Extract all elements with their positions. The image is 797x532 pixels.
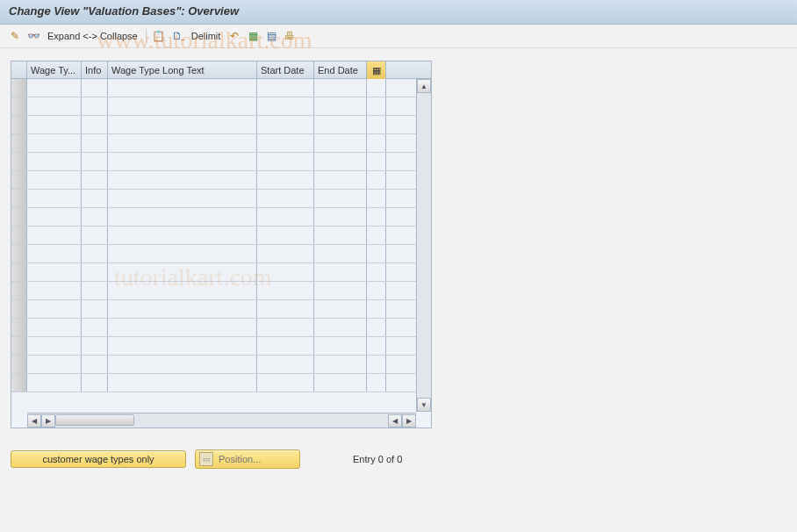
col-header-info[interactable]: Info (82, 61, 108, 79)
cell-start-date[interactable] (257, 79, 314, 97)
cell-start-date[interactable] (257, 337, 314, 355)
table-row[interactable] (11, 153, 431, 171)
cell-wage-type[interactable] (27, 337, 82, 355)
cell-long-text[interactable] (108, 190, 257, 207)
cell-start-date[interactable] (257, 319, 314, 336)
cell-start-date[interactable] (257, 226, 314, 244)
row-selector[interactable] (11, 319, 27, 336)
scroll-right-step-icon[interactable]: ▶ (41, 414, 55, 428)
cell-wage-type[interactable] (27, 263, 82, 281)
table-row[interactable] (11, 374, 431, 392)
cell-start-date[interactable] (257, 171, 314, 189)
row-selector[interactable] (11, 97, 27, 115)
row-selector[interactable] (11, 79, 27, 97)
table-row[interactable] (11, 116, 431, 134)
cell-start-date[interactable] (257, 263, 314, 281)
cell-long-text[interactable] (108, 134, 257, 152)
cell-long-text[interactable] (108, 116, 257, 133)
table-row[interactable] (11, 134, 431, 153)
select-all-icon[interactable]: ▦ (245, 28, 261, 44)
cell-start-date[interactable] (257, 190, 314, 207)
cell-info[interactable] (82, 374, 108, 392)
cell-wage-type[interactable] (27, 134, 82, 152)
cell-end-date[interactable] (314, 153, 367, 170)
scroll-track[interactable] (55, 413, 388, 428)
cell-info[interactable] (82, 153, 108, 170)
cell-end-date[interactable] (314, 190, 367, 207)
cell-info[interactable] (82, 171, 108, 189)
scroll-right-icon[interactable]: ▶ (402, 414, 416, 428)
table-row[interactable] (11, 97, 431, 116)
cell-wage-type[interactable] (27, 319, 82, 336)
cell-wage-type[interactable] (27, 171, 82, 189)
cell-end-date[interactable] (314, 134, 367, 152)
deselect-all-icon[interactable]: ▤ (263, 28, 279, 44)
cell-long-text[interactable] (108, 79, 257, 97)
table-row[interactable] (11, 263, 431, 282)
cell-long-text[interactable] (108, 226, 257, 244)
cell-info[interactable] (82, 97, 108, 115)
position-button[interactable]: ▭ Position... (195, 449, 300, 469)
cell-wage-type[interactable] (27, 208, 82, 226)
scroll-left-icon[interactable]: ◀ (27, 414, 41, 428)
horizontal-scrollbar[interactable]: ◀ ▶ ◀ ▶ (27, 413, 416, 428)
cell-long-text[interactable] (108, 374, 257, 392)
cell-info[interactable] (82, 116, 108, 133)
scroll-thumb[interactable] (55, 414, 134, 426)
cell-info[interactable] (82, 134, 108, 152)
cell-wage-type[interactable] (27, 97, 82, 115)
row-selector[interactable] (11, 153, 27, 170)
cell-long-text[interactable] (108, 245, 257, 262)
row-selector[interactable] (11, 374, 27, 392)
cell-start-date[interactable] (257, 356, 314, 373)
cell-long-text[interactable] (108, 208, 257, 226)
configure-columns-icon[interactable]: ▦ (367, 61, 386, 79)
row-selector[interactable] (11, 263, 27, 281)
cell-start-date[interactable] (257, 300, 314, 318)
table-row[interactable] (11, 319, 431, 337)
cell-end-date[interactable] (314, 337, 367, 355)
vertical-scrollbar[interactable]: ▲ ▼ (416, 79, 431, 412)
edit-icon[interactable]: ✎ (7, 28, 23, 44)
table-row[interactable] (11, 171, 431, 190)
table-row[interactable] (11, 337, 431, 356)
cell-wage-type[interactable] (27, 282, 82, 299)
table-row[interactable] (11, 208, 431, 226)
cell-end-date[interactable] (314, 300, 367, 318)
cell-info[interactable] (82, 319, 108, 336)
row-selector[interactable] (11, 356, 27, 373)
cell-long-text[interactable] (108, 337, 257, 355)
cell-end-date[interactable] (314, 356, 367, 373)
cell-wage-type[interactable] (27, 226, 82, 244)
row-selector[interactable] (11, 208, 27, 226)
glasses-icon[interactable]: 👓 (25, 28, 41, 44)
table-row[interactable] (11, 226, 431, 245)
table-row[interactable] (11, 300, 431, 319)
print-icon[interactable]: 🖶 (282, 28, 298, 44)
cell-end-date[interactable] (314, 263, 367, 281)
cell-end-date[interactable] (314, 226, 367, 244)
select-all-rows[interactable] (11, 61, 27, 78)
cell-end-date[interactable] (314, 319, 367, 336)
cell-long-text[interactable] (108, 153, 257, 170)
row-selector[interactable] (11, 134, 27, 152)
cell-info[interactable] (82, 282, 108, 299)
scroll-left-step-icon[interactable]: ◀ (388, 414, 402, 428)
cell-end-date[interactable] (314, 282, 367, 299)
cell-long-text[interactable] (108, 97, 257, 115)
cell-info[interactable] (82, 190, 108, 207)
cell-long-text[interactable] (108, 356, 257, 373)
table-row[interactable] (11, 356, 431, 374)
cell-wage-type[interactable] (27, 153, 82, 170)
cell-long-text[interactable] (108, 300, 257, 318)
row-selector[interactable] (11, 282, 27, 299)
row-selector[interactable] (11, 337, 27, 355)
cell-wage-type[interactable] (27, 356, 82, 373)
delete-icon[interactable]: 🗋− (169, 28, 185, 44)
cell-long-text[interactable] (108, 263, 257, 281)
cell-wage-type[interactable] (27, 79, 82, 97)
cell-wage-type[interactable] (27, 300, 82, 318)
table-row[interactable] (11, 190, 431, 208)
cell-wage-type[interactable] (27, 190, 82, 207)
cell-end-date[interactable] (314, 245, 367, 262)
